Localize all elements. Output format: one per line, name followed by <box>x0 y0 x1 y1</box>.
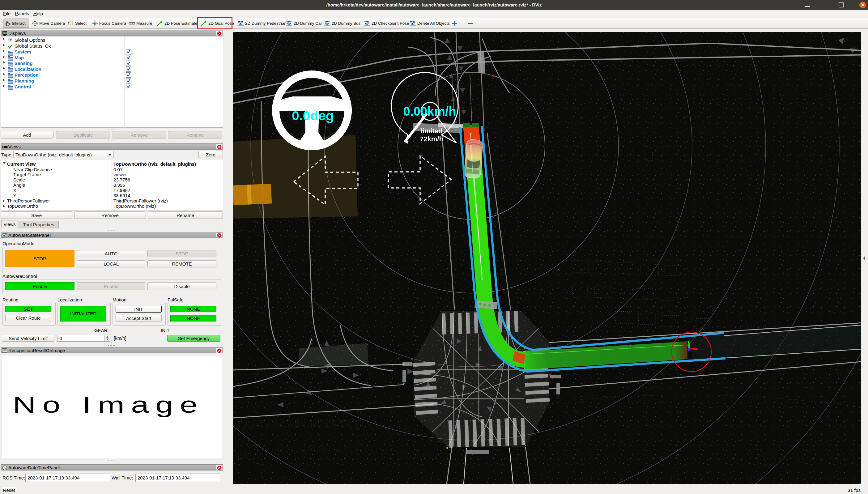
svg-text:0.0deg: 0.0deg <box>292 108 334 123</box>
svg-text:Autoware: Autoware <box>409 25 416 26</box>
svg-text:72km/h: 72km/h <box>420 135 443 143</box>
svg-text:Autoware: Autoware <box>364 25 370 26</box>
svg-text:Autoware: Autoware <box>286 25 292 26</box>
svg-text:limited: limited <box>421 127 443 135</box>
svg-text:0.00km/h: 0.00km/h <box>403 104 456 118</box>
svg-text:Autoware: Autoware <box>324 25 330 26</box>
svg-text:Autoware: Autoware <box>237 25 244 26</box>
svg-text:Autoware: Autoware <box>2 236 7 238</box>
